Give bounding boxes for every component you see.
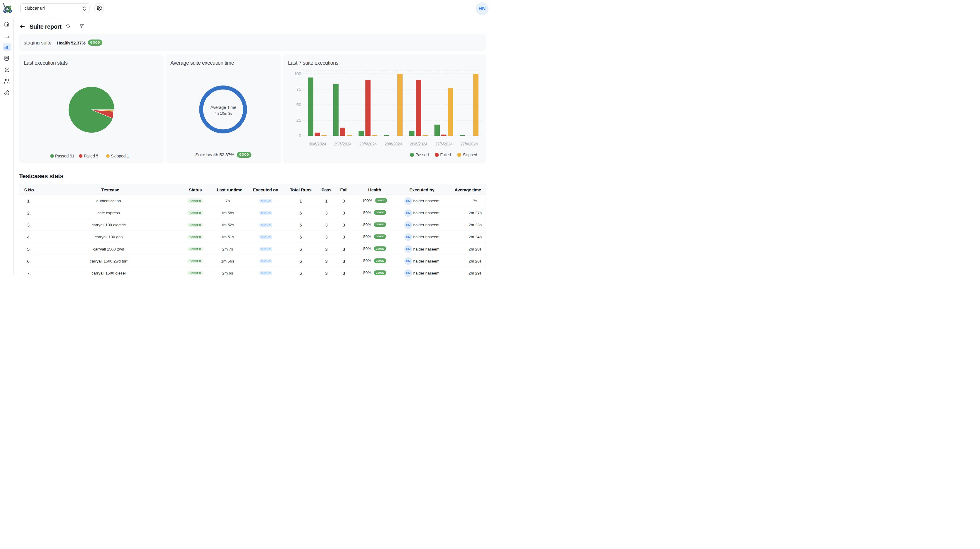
svg-text:30/6/2024: 30/6/2024 (309, 142, 326, 146)
svg-text:29/6/2024: 29/6/2024 (359, 142, 377, 146)
svg-text:0: 0 (299, 134, 301, 138)
svg-text:50: 50 (296, 102, 301, 107)
svg-text:29/6/2024: 29/6/2024 (334, 142, 352, 146)
svg-text:27/6/2024: 27/6/2024 (435, 142, 453, 146)
svg-text:28/6/2024: 28/6/2024 (385, 142, 402, 146)
svg-text:27/6/2024: 27/6/2024 (460, 142, 478, 146)
svg-text:25: 25 (296, 118, 301, 123)
svg-text:28/6/2024: 28/6/2024 (410, 142, 428, 146)
svg-text:100: 100 (294, 72, 301, 76)
svg-text:75: 75 (296, 87, 301, 92)
